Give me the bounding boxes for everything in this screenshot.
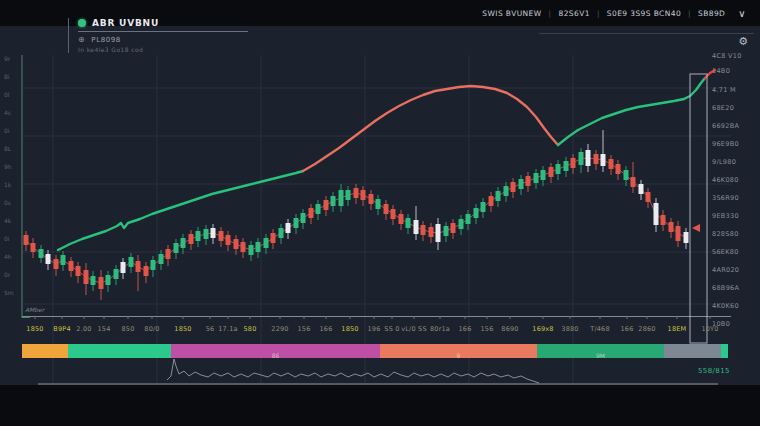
candle-body [211,228,216,238]
candle-body [301,213,306,223]
candle-body [384,204,389,214]
candle-body [361,190,366,200]
candle-body [429,227,434,237]
candle-body [151,260,156,270]
candle-body [31,243,36,252]
candle-body [324,200,329,210]
candle-body [24,235,29,245]
candle-body [601,154,606,166]
candle-body [286,223,291,233]
candle-body [594,154,599,164]
candle-body [421,225,426,235]
candle-body [451,223,456,233]
candle-body [624,170,629,180]
candle-body [271,233,276,243]
candle-body [676,226,681,241]
candle-body [414,220,419,234]
candle-body [496,191,501,201]
candle-body [406,218,411,228]
candle-body [669,222,674,232]
candle-body [121,262,126,273]
candle-body [189,234,194,244]
candle-body [534,173,539,183]
crosshair-highlight-rect [690,74,707,343]
candle-body [586,150,591,166]
candle-body [234,239,239,249]
candle-body [46,254,51,264]
candle-body [504,186,509,196]
candle-body [174,243,179,253]
candle-body [241,242,246,252]
candle-body [436,224,441,242]
candle-body [616,164,621,174]
candle-body [519,179,524,189]
candle-body [249,245,254,255]
candle-body [61,255,66,265]
candle-body [256,242,261,252]
candle-body [474,208,479,218]
candle-body [69,261,74,271]
candle-body [339,190,344,206]
candle-body [84,270,89,284]
candle-body [226,235,231,245]
candle-body [39,249,44,258]
candle-body [114,269,119,279]
candle-body [346,190,351,200]
candle-body [459,219,464,229]
candle-body [91,276,96,285]
candle-body [99,277,104,289]
candle-body [129,257,134,267]
volume-bar-segment [22,344,68,358]
candle-body [294,218,299,228]
candle-body [144,266,149,276]
candle-body [316,204,321,214]
candle-body [571,158,576,168]
trading-terminal: SWIS BVUNEW| 82S6V1| S0E9 3S9S BCN40| SB… [0,0,760,426]
candle-body [354,188,359,198]
candle-body [646,192,651,202]
candle-body [204,229,209,239]
candle-body [489,196,494,206]
candle-body [76,266,81,276]
volume-bar-segment [171,344,380,358]
candle-body [219,231,224,241]
candle-body [309,208,314,218]
candle-body [166,249,171,259]
candle-body [526,176,531,186]
candle-body [661,215,666,225]
candle-body [391,209,396,219]
candle-body [579,152,584,165]
candle-body [136,261,141,272]
last-price-marker [692,224,700,232]
volume-bar-segment [380,344,537,358]
candle-body [639,184,644,194]
volume-bar-segment [537,344,664,358]
candle-body [466,214,471,224]
candle-body [54,259,59,269]
candle-body [556,164,561,174]
candle-body [481,202,486,212]
volume-bar-segment [68,344,171,358]
candle-body [196,231,201,241]
candle-body [399,214,404,224]
volume-bar-segment [721,344,728,358]
candle-body [549,167,554,177]
candle-body [279,228,284,238]
candle-body [444,226,449,236]
candle-body [654,203,659,225]
candle-body [631,177,636,187]
candle-body [541,170,546,180]
candle-body [159,254,164,264]
volume-bar-segment [664,344,721,358]
candle-body [376,199,381,209]
chart-canvas[interactable] [0,0,760,426]
candle-body [609,159,614,169]
candle-body [264,238,269,248]
candle-body [369,194,374,204]
ma-slow-line [303,86,558,171]
candle-body [684,232,689,243]
candle-body [106,275,111,285]
bottom-bar [0,385,760,426]
candle-body [511,182,516,192]
sparkline [167,359,539,383]
